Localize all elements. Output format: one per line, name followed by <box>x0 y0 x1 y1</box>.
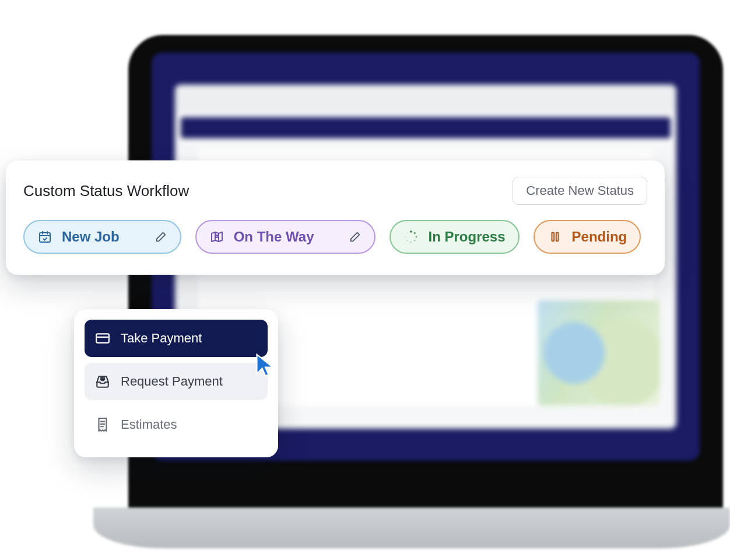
map-pin-icon <box>209 230 224 244</box>
menu-item-request-payment[interactable]: Request Payment <box>85 363 268 400</box>
laptop-base <box>93 508 730 548</box>
map-thumbnail <box>538 300 660 405</box>
menu-item-label: Request Payment <box>121 374 223 389</box>
status-chip-label: On The Way <box>234 229 314 245</box>
pencil-icon[interactable] <box>155 230 167 243</box>
svg-rect-0 <box>40 233 50 242</box>
status-workflow-title: Custom Status Workflow <box>23 182 189 200</box>
svg-point-9 <box>407 233 408 234</box>
status-chip-label: In Progress <box>428 229 505 245</box>
receipt-icon <box>95 417 110 432</box>
menu-item-label: Estimates <box>121 417 177 432</box>
svg-point-1 <box>216 235 218 237</box>
svg-rect-11 <box>556 233 558 242</box>
spinner-icon <box>403 230 419 244</box>
status-chip-label: Pending <box>572 229 627 245</box>
create-new-status-button[interactable]: Create New Status <box>513 177 647 205</box>
status-chip-on-the-way[interactable]: On The Way <box>195 220 376 254</box>
status-chip-in-progress[interactable]: In Progress <box>389 220 519 254</box>
svg-point-5 <box>415 240 416 241</box>
status-chip-row: New Job On The Way <box>23 220 647 254</box>
status-chip-pending[interactable]: Pending <box>534 220 641 254</box>
payment-action-menu: Take Payment Request Payment Estimates <box>74 309 278 457</box>
inbox-dollar-icon <box>95 374 110 389</box>
svg-point-4 <box>416 236 417 238</box>
status-chip-label: New Job <box>62 229 120 245</box>
svg-point-8 <box>406 236 407 237</box>
svg-point-6 <box>410 242 412 243</box>
svg-point-2 <box>410 230 413 233</box>
pause-icon <box>548 230 563 243</box>
pencil-icon[interactable] <box>349 230 362 243</box>
status-chip-new-job[interactable]: New Job <box>23 220 181 254</box>
calendar-check-icon <box>37 230 52 244</box>
svg-point-3 <box>414 232 416 234</box>
menu-item-take-payment[interactable]: Take Payment <box>85 320 268 357</box>
menu-item-estimates[interactable]: Estimates <box>85 406 268 443</box>
status-workflow-card: Custom Status Workflow Create New Status… <box>6 160 665 275</box>
menu-item-label: Take Payment <box>121 331 202 346</box>
credit-card-icon <box>95 331 110 346</box>
svg-rect-10 <box>552 233 554 242</box>
svg-point-7 <box>407 240 408 241</box>
svg-rect-12 <box>96 334 109 342</box>
